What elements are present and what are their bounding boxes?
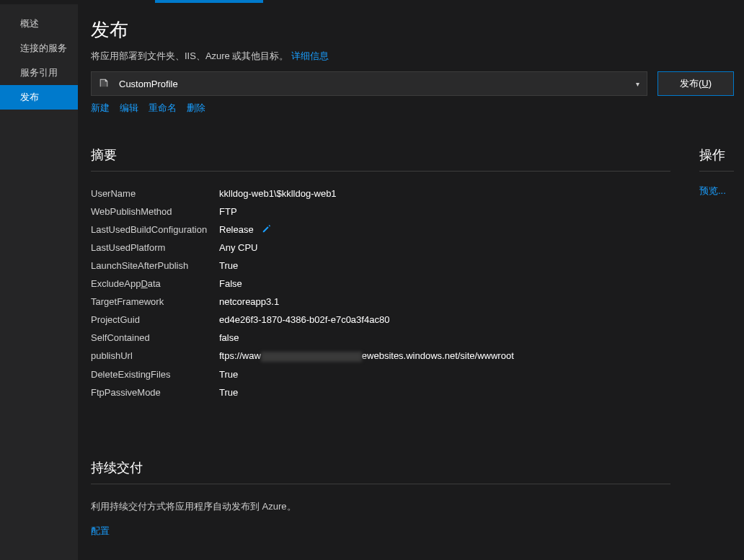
preview-link[interactable]: 预览... — [699, 185, 726, 196]
summary-value: ed4e26f3-1870-4386-b02f-e7c0a3f4ac80 — [213, 311, 514, 329]
subtitle: 将应用部署到文件夹、IIS、Azure 或其他目标。 详细信息 — [91, 50, 734, 63]
summary-value: True — [213, 365, 514, 383]
cd-configure-link[interactable]: 配置 — [91, 525, 110, 536]
edit-profile-link[interactable]: 编辑 — [120, 102, 138, 115]
summary-value: False — [213, 275, 514, 293]
summary-row: UserNamekklldog-web1\$kklldog-web1 — [91, 185, 514, 203]
summary-key: UserName — [91, 185, 213, 203]
details-link[interactable]: 详细信息 — [291, 50, 329, 61]
cd-description: 利用持续交付方式将应用程序自动发布到 Azure。 — [91, 500, 670, 513]
summary-row: WebPublishMethodFTP — [91, 203, 514, 221]
summary-value: FTP — [213, 203, 514, 221]
summary-row: SelfContainedfalse — [91, 329, 514, 347]
publish-button[interactable]: 发布(U) — [657, 71, 734, 96]
summary-key: TargetFramework — [91, 293, 213, 311]
summary-value: false — [213, 329, 514, 347]
summary-value: kklldog-web1\$kklldog-web1 — [213, 185, 514, 203]
sidebar-item-label: 连接的服务 — [20, 43, 67, 53]
cd-heading: 持续交付 — [91, 459, 670, 484]
profile-icon — [99, 78, 110, 90]
ops-heading: 操作 — [699, 146, 734, 172]
sidebar-item-overview[interactable]: 概述 — [0, 12, 78, 36]
summary-key: DeleteExistingFiles — [91, 365, 213, 383]
summary-row: LaunchSiteAfterPublishTrue — [91, 257, 514, 275]
summary-row: LastUsedPlatformAny CPU — [91, 239, 514, 257]
summary-value: ftps://wawewebsites.windows.net/site/www… — [213, 347, 514, 365]
profile-select[interactable]: CustomProfile ▾ — [91, 71, 647, 96]
summary-key: FtpPassiveMode — [91, 383, 213, 401]
summary-key: LastUsedBuildConfiguration — [91, 221, 213, 239]
main-panel: 发布 将应用部署到文件夹、IIS、Azure 或其他目标。 详细信息 Custo… — [78, 4, 744, 560]
profile-actions: 新建 编辑 重命名 删除 — [91, 102, 734, 115]
profile-name: CustomProfile — [119, 79, 178, 89]
edit-value-icon[interactable] — [262, 224, 271, 235]
summary-row: publishUrlftps://wawewebsites.windows.ne… — [91, 347, 514, 365]
subtitle-text: 将应用部署到文件夹、IIS、Azure 或其他目标。 — [91, 50, 288, 61]
summary-key: WebPublishMethod — [91, 203, 213, 221]
chevron-down-icon: ▾ — [636, 80, 639, 88]
new-profile-link[interactable]: 新建 — [91, 102, 110, 115]
page-title: 发布 — [91, 17, 734, 43]
blurred-host — [261, 352, 362, 362]
summary-key: SelfContained — [91, 329, 213, 347]
summary-value: True — [213, 257, 514, 275]
rename-profile-link[interactable]: 重命名 — [149, 102, 177, 115]
summary-key: ProjectGuid — [91, 311, 213, 329]
summary-row: LastUsedBuildConfigurationRelease — [91, 221, 514, 239]
summary-value: Release — [213, 221, 514, 239]
summary-row: ProjectGuided4e26f3-1870-4386-b02f-e7c0a… — [91, 311, 514, 329]
delete-profile-link[interactable]: 删除 — [187, 102, 205, 115]
sidebar-item-label: 发布 — [20, 92, 39, 102]
summary-row: DeleteExistingFilesTrue — [91, 365, 514, 383]
summary-key: LaunchSiteAfterPublish — [91, 257, 213, 275]
sidebar-item-label: 服务引用 — [20, 67, 58, 78]
summary-key: ExcludeAppData — [91, 275, 213, 293]
sidebar-item-publish[interactable]: 发布 — [0, 85, 78, 110]
sidebar-item-label: 概述 — [20, 18, 39, 29]
summary-row: FtpPassiveModeTrue — [91, 383, 514, 401]
sidebar-item-connected-services[interactable]: 连接的服务 — [0, 36, 78, 61]
summary-table: UserNamekklldog-web1\$kklldog-web1 WebPu… — [91, 185, 514, 401]
summary-key: publishUrl — [91, 347, 213, 365]
summary-key: LastUsedPlatform — [91, 239, 213, 257]
summary-value: True — [213, 383, 514, 401]
summary-row: TargetFrameworknetcoreapp3.1 — [91, 293, 514, 311]
summary-value: Any CPU — [213, 239, 514, 257]
sidebar-item-service-references[interactable]: 服务引用 — [0, 61, 78, 85]
summary-value: netcoreapp3.1 — [213, 293, 514, 311]
summary-row: ExcludeAppDataFalse — [91, 275, 514, 293]
sidebar: 概述 连接的服务 服务引用 发布 — [0, 4, 78, 560]
summary-heading: 摘要 — [91, 146, 670, 172]
